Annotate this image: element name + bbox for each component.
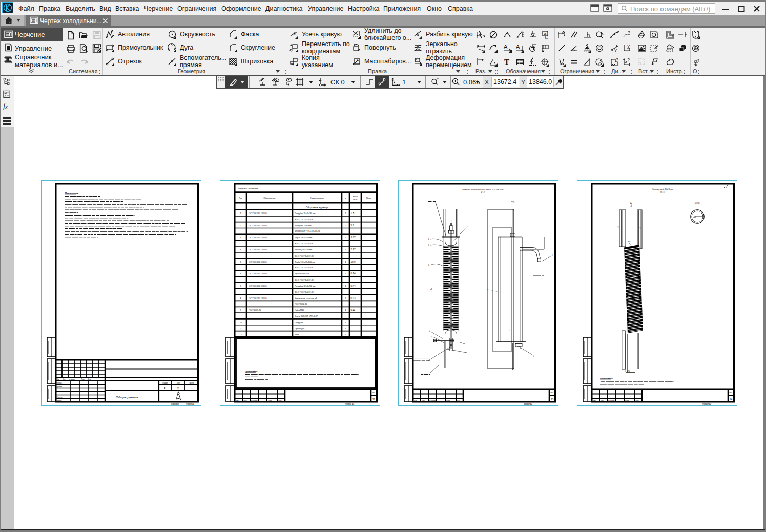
svg-text:Дата: Дата <box>457 400 460 402</box>
svg-text:ВСт3 ГОСТ 14637-89: ВСт3 ГОСТ 14637-89 <box>295 291 314 293</box>
svg-text:Лист: Лист <box>729 392 733 394</box>
svg-text:Змеевик труба 20х2.5 мм: Змеевик труба 20х2.5 мм <box>652 188 673 190</box>
svg-text:ВСт3 ГОСТ 14637-89: ВСт3 ГОСТ 14637-89 <box>295 279 314 281</box>
svg-text:1: 1 <box>345 261 346 263</box>
svg-text:Патрубок 32х3х200 мм: Патрубок 32х3х200 мм <box>295 285 316 287</box>
svg-text:Подп.: Подп. <box>268 400 272 402</box>
svg-text:ОСТ 108.030.126-80: ОСТ 108.030.126-80 <box>249 297 267 300</box>
svg-text:?: ? <box>628 30 630 35</box>
svg-text:Дата: Дата <box>278 400 282 402</box>
svg-text:Листов: Листов <box>189 382 194 384</box>
svg-text:Подп.: Подп. <box>625 400 629 402</box>
svg-text:М 1:2: М 1:2 <box>481 191 485 194</box>
svg-text:ВСт3 ГОСТ 5520-79: ВСт3 ГОСТ 5520-79 <box>295 267 313 269</box>
svg-text:0.11: 0.11 <box>351 309 356 311</box>
svg-text:1: 1 <box>345 297 346 300</box>
svg-text:Элементы теплообменные 9 МВт О: Элементы теплообменные 9 МВт ОСТ 34-588-… <box>462 189 504 191</box>
svg-text:Наименование: Наименование <box>310 197 324 199</box>
svg-text:Труба 10х2х750 мм: Труба 10х2х750 мм <box>295 237 313 239</box>
svg-text:Изм: Изм <box>236 400 239 402</box>
svg-text:1: 1 <box>345 322 346 324</box>
svg-text:?: ? <box>627 57 630 62</box>
svg-text:Примечания: Примечания <box>65 191 78 194</box>
svg-text:0.03: 0.03 <box>351 297 356 300</box>
svg-text:A: A <box>516 44 520 50</box>
svg-text:Подп.: Подп. <box>81 378 85 380</box>
svg-text:1: 1 <box>345 212 346 215</box>
svg-text:Лист: Лист <box>601 400 604 402</box>
svg-text:Подп.: Подп. <box>446 400 450 402</box>
svg-text:1: 1 <box>345 334 346 336</box>
svg-text:Прокладка: Прокладка <box>295 328 305 330</box>
svg-text:ОСТ 108.030.126-80: ОСТ 108.030.126-80 <box>249 237 267 239</box>
svg-text:Труба 159х4.5х800 мм: Труба 159х4.5х800 мм <box>295 261 315 263</box>
svg-text:Лист: Лист <box>63 378 66 380</box>
svg-text:№ докум.: № докум. <box>429 400 436 402</box>
svg-text:1.81: 1.81 <box>351 212 356 215</box>
svg-text:Изм: Изм <box>593 400 596 402</box>
svg-text:Лист: Лист <box>243 400 247 402</box>
svg-text:A: A <box>504 44 508 50</box>
svg-text:Перечень элементов: Перечень элементов <box>238 187 258 190</box>
svg-text:?: ? <box>616 57 618 62</box>
svg-text:1: 1 <box>345 249 346 251</box>
svg-text:5.6: 5.6 <box>351 224 355 227</box>
svg-text:Примечания: Примечания <box>600 377 613 380</box>
svg-text:Н.контр.: Н.контр. <box>56 396 63 398</box>
svg-text:Болт: Болт <box>295 334 299 336</box>
svg-text:L=1: L=1 <box>639 227 641 229</box>
svg-text:1: 1 <box>345 328 346 330</box>
svg-text:2: 2 <box>345 225 346 227</box>
svg-text:Уплотнение стальное ø6: Уплотнение стальное ø6 <box>295 297 317 300</box>
svg-text:1: 1 <box>467 226 468 228</box>
svg-text:1: 1 <box>533 355 534 357</box>
svg-text:1: 1 <box>345 273 346 275</box>
svg-text:ГОСТ 6615-70: ГОСТ 6615-70 <box>249 309 261 311</box>
svg-text:0.44: 0.44 <box>351 285 356 287</box>
svg-text:А: А <box>630 202 632 204</box>
svg-text:1: 1 <box>345 237 346 239</box>
svg-text:ВСт3 ГОСТ 5520-79: ВСт3 ГОСТ 5520-79 <box>295 243 313 245</box>
svg-text:Сталь 35 ГОСТ 1759.0-87: Сталь 35 ГОСТ 1759.0-87 <box>295 315 318 317</box>
svg-text:Прим.: Прим. <box>366 197 371 199</box>
svg-text:Лист: Лист <box>550 392 554 394</box>
svg-text:№ докум.: № докум. <box>69 379 75 380</box>
svg-text:Дата: Дата <box>88 378 91 380</box>
svg-text:Лист: Лист <box>422 400 425 402</box>
svg-text:Лист: Лист <box>177 382 180 384</box>
svg-text:Масса: Масса <box>353 196 358 198</box>
svg-text:10.9: 10.9 <box>351 261 356 263</box>
svg-text:№ докум.: № докум. <box>251 400 258 402</box>
svg-text:Изм: Изм <box>57 378 59 380</box>
svg-text:?: ? <box>614 48 617 53</box>
svg-text:1: 1 <box>345 309 346 311</box>
svg-text:Гайка М10: Гайка М10 <box>295 309 304 311</box>
svg-text:Р: Р <box>164 387 165 390</box>
svg-text:Ø10: Ø10 <box>627 370 630 372</box>
svg-text:14: 14 <box>730 398 733 401</box>
svg-text:Лист: Лист <box>372 392 376 394</box>
svg-text:Фланец Dн=160 мм: Фланец Dн=160 мм <box>295 249 313 251</box>
svg-text:Сборочные единицы: Сборочные единицы <box>306 206 328 209</box>
svg-text:1: 1 <box>345 285 346 287</box>
svg-text:Провер.: Провер. <box>56 386 63 388</box>
svg-text:Примечание: Примечание <box>245 370 258 373</box>
svg-text:ОСТ 108.030.126-80: ОСТ 108.030.126-80 <box>249 249 267 251</box>
svg-text:0.74: 0.74 <box>351 272 356 275</box>
svg-text:ø20: ø20 <box>693 216 696 218</box>
svg-text:L=1: L=1 <box>617 226 619 228</box>
svg-text:ОСТ 108.030.126-80: ОСТ 108.030.126-80 <box>249 212 267 215</box>
svg-text:R20: R20 <box>628 241 631 243</box>
svg-text:ОСТ 108.030.126-80: ОСТ 108.030.126-80 <box>249 225 267 227</box>
svg-text:ОСТ 108.030.126-80: ОСТ 108.030.126-80 <box>249 261 267 263</box>
svg-text:Обозначение: Обозначение <box>263 197 275 199</box>
svg-text:T: T <box>504 58 509 66</box>
svg-text:12: 12 <box>239 333 242 336</box>
svg-text:Формат А4: Формат А4 <box>702 403 711 405</box>
svg-text:Копировал: Копировал <box>171 403 179 405</box>
svg-text:12: 12 <box>372 398 376 401</box>
svg-text:2: 2 <box>552 254 553 256</box>
svg-text:М 1:2: М 1:2 <box>660 191 665 193</box>
svg-text:б: б <box>491 290 493 291</box>
svg-text:Утверд.: Утверд. <box>56 400 62 402</box>
